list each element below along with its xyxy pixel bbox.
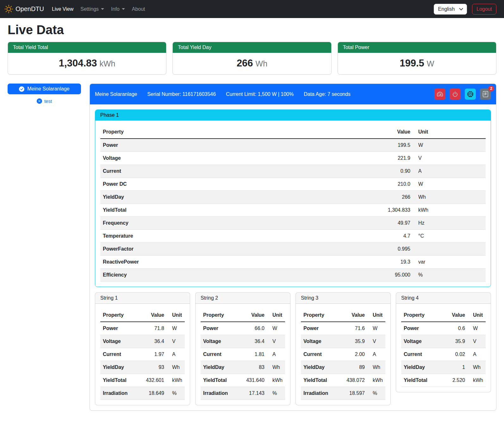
- property-cell: Voltage: [301, 335, 344, 348]
- nav-info-label: Info: [111, 6, 120, 12]
- summary-card-value: 1,304.83: [59, 58, 97, 69]
- string-card-title: String 1: [95, 293, 190, 304]
- property-cell: YieldTotal: [100, 374, 143, 387]
- event-log-button[interactable]: 2: [480, 89, 491, 100]
- caret-down-icon: [122, 8, 125, 10]
- inverter-sidebar: Meine Solaranlage test: [8, 84, 81, 104]
- value-cell: 0.6: [446, 322, 468, 335]
- string-card-title: String 2: [196, 293, 290, 304]
- nav-settings[interactable]: Settings: [77, 4, 108, 15]
- property-cell: Power: [201, 322, 244, 335]
- table-row: Efficiency 95.000 %: [100, 269, 486, 282]
- table-row: Power 199.5 W: [100, 139, 486, 152]
- unit-cell: A: [413, 165, 486, 178]
- value-cell: 432.601: [143, 374, 167, 387]
- unit-cell: kWh: [468, 374, 486, 387]
- property-cell: YieldDay: [201, 361, 244, 374]
- table-row: YieldTotal 431.640 kWh: [201, 374, 285, 387]
- navbar: OpenDTU Live View Settings Info About En…: [0, 0, 504, 18]
- inverter-item-test[interactable]: test: [8, 98, 81, 104]
- property-header: Property: [100, 126, 361, 139]
- value-header: Value: [446, 309, 468, 322]
- value-cell: 17.143: [244, 387, 267, 400]
- language-select[interactable]: English: [434, 4, 467, 15]
- value-cell: 83: [244, 361, 267, 374]
- unit-cell: A: [468, 348, 486, 361]
- table-row: Current 1.97 A: [100, 348, 185, 361]
- unit-cell: %: [167, 387, 185, 400]
- value-cell: 18.649: [143, 387, 167, 400]
- unit-cell: A: [367, 348, 385, 361]
- unit-header: Unit: [413, 126, 486, 139]
- table-row: Irradiation 17.143 %: [201, 387, 285, 400]
- logout-button[interactable]: Logout: [472, 4, 496, 15]
- unit-cell: V: [367, 335, 385, 348]
- unit-cell: °C: [413, 230, 486, 243]
- property-cell: ReactivePower: [100, 256, 361, 269]
- inverter-name: Meine Solaranlage: [95, 91, 137, 97]
- property-cell: Current: [401, 348, 446, 361]
- nav-links: Live View Settings Info About: [48, 4, 149, 15]
- summary-card-value: 266: [237, 58, 253, 69]
- unit-cell: V: [413, 152, 486, 165]
- unit-header: Unit: [167, 309, 185, 322]
- value-cell: 1,304.833: [361, 204, 413, 217]
- power-settings-button[interactable]: [450, 89, 461, 100]
- table-row: Power 71.6 W: [301, 322, 385, 335]
- limit-settings-button[interactable]: [434, 89, 445, 100]
- phase-table-body: Power 199.5 W Voltage 221.9 V Current 0.…: [100, 139, 486, 282]
- value-cell: 66.0: [244, 322, 267, 335]
- value-cell: 1: [446, 361, 468, 374]
- table-row: YieldDay 266 Wh: [100, 191, 486, 204]
- inverter-panel-header: Meine Solaranlage Serial Number: 1161716…: [90, 84, 496, 104]
- table-row: YieldTotal 2.520 kWh: [401, 374, 486, 387]
- inverter-data-age: Data Age: 7 seconds: [304, 91, 351, 97]
- inverter-select-label: Meine Solaranlage: [27, 86, 69, 92]
- value-cell: 4.7: [361, 230, 413, 243]
- table-row: YieldDay 93 Wh: [100, 361, 185, 374]
- brand[interactable]: OpenDTU: [4, 5, 44, 13]
- nav-info[interactable]: Info: [108, 4, 128, 15]
- unit-cell: %: [367, 387, 385, 400]
- unit-cell: W: [167, 322, 185, 335]
- unit-cell: kWh: [167, 374, 185, 387]
- x-circle-icon: [37, 98, 42, 104]
- check-circle-icon: [19, 86, 24, 92]
- table-row: Current 0.90 A: [100, 165, 486, 178]
- property-cell: Power: [100, 139, 361, 152]
- inverter-info-button[interactable]: [465, 89, 476, 100]
- property-header: Property: [401, 309, 446, 322]
- property-cell: Frequency: [100, 217, 361, 230]
- string-card: String 1 Property Value Unit Power 71.8 …: [95, 292, 190, 405]
- value-cell: 199.5: [361, 139, 413, 152]
- property-cell: Current: [301, 348, 344, 361]
- table-row: Power 66.0 W: [201, 322, 285, 335]
- string-card: String 2 Property Value Unit Power 66.0 …: [195, 292, 290, 405]
- cpu-icon: [467, 91, 473, 97]
- unit-cell: Wh: [167, 361, 185, 374]
- table-header-row: Property Value Unit: [401, 309, 486, 322]
- value-cell: 431.640: [244, 374, 267, 387]
- value-cell: 19.3: [361, 256, 413, 269]
- property-cell: Temperature: [100, 230, 361, 243]
- value-cell: 93: [143, 361, 167, 374]
- nav-settings-label: Settings: [80, 6, 99, 12]
- table-row: Voltage 35.9 V: [401, 335, 486, 348]
- nav-about[interactable]: About: [128, 4, 149, 15]
- unit-cell: W: [413, 178, 486, 191]
- summary-card-title: Total Yield Day: [173, 42, 331, 53]
- string-table: Property Value Unit Power 71.8 W Voltage…: [100, 309, 185, 400]
- nav-live-view[interactable]: Live View: [48, 4, 77, 15]
- gauge-icon: [437, 91, 443, 97]
- table-header-row: Property Value Unit: [100, 126, 486, 139]
- table-row: YieldDay 89 Wh: [301, 361, 385, 374]
- unit-cell: kWh: [413, 204, 486, 217]
- property-cell: Power: [401, 322, 446, 335]
- unit-header: Unit: [468, 309, 486, 322]
- value-cell: 35.9: [344, 335, 367, 348]
- property-cell: YieldDay: [100, 361, 143, 374]
- unit-cell: %: [267, 387, 285, 400]
- table-row: Temperature 4.7 °C: [100, 230, 486, 243]
- inverter-select-button[interactable]: Meine Solaranlage: [8, 84, 81, 94]
- table-row: Current 1.81 A: [201, 348, 285, 361]
